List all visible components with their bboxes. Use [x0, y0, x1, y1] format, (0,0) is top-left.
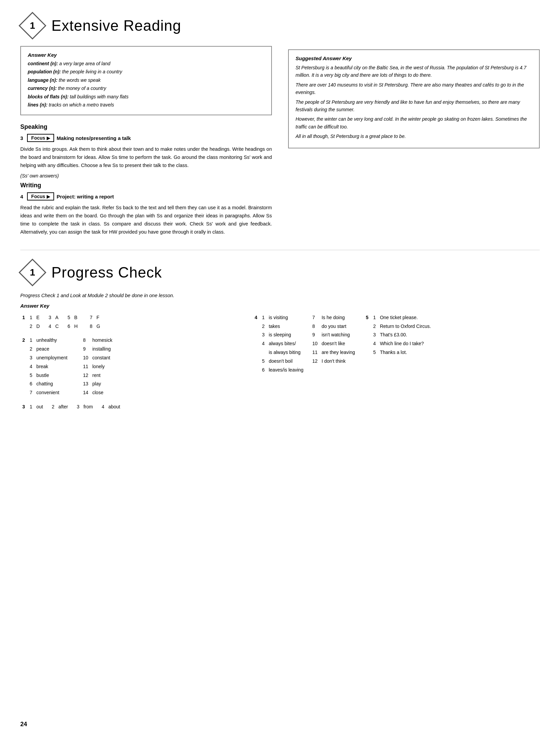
q2-11n: 11: [69, 362, 90, 371]
q4-6n: 6: [260, 366, 267, 375]
suggested-p3: The people of St Petersburg are very fri…: [296, 98, 532, 114]
section1-header: 1 Extensive Reading: [20, 14, 540, 38]
q2-6a: chatting: [34, 380, 70, 388]
answers-right: 4 1 is visiting 7 Is he doing 2 takes 8 …: [253, 313, 540, 417]
q1-7a: F: [94, 313, 102, 322]
answer-key-box: Answer Key continent (n): a very large a…: [20, 46, 272, 115]
suggested-p2: There are over 140 museums to visit in S…: [296, 81, 532, 96]
q4-q5-container: 4 1 is visiting 7 Is he doing 2 takes 8 …: [253, 313, 540, 417]
q3-table: 3 1 out 2 after 3 from 4 about: [20, 403, 122, 411]
exercise3-row: 3 Focus ▶ Making notes/presenting a talk: [20, 134, 272, 142]
q4-empty2: [320, 366, 357, 375]
q5-2n: 2: [371, 322, 378, 331]
q4-4b-n: [260, 348, 267, 357]
q2-10a: constant: [90, 354, 114, 362]
q2-11a: lonely: [90, 362, 114, 371]
q2-1n: 1: [28, 336, 34, 345]
q4-block: 4 1 is visiting 7 Is he doing 2 takes 8 …: [253, 313, 357, 417]
q1-7n: 7: [80, 313, 95, 322]
progress-answer-key-label: Answer Key: [20, 303, 540, 309]
q1-3n: 3: [42, 313, 53, 322]
q2-9n: 9: [69, 345, 90, 354]
q4-2n: 2: [260, 322, 267, 331]
q5-label: 5: [364, 313, 371, 357]
q2-12n: 12: [69, 371, 90, 380]
section2-header: 1 Progress Check: [20, 260, 540, 285]
q1-3a: A: [53, 313, 61, 322]
q4-10a: doesn't like: [320, 339, 357, 348]
suggested-p5: All in all though, St Petersburg is a gr…: [296, 133, 532, 140]
section1-content: Answer Key continent (n): a very large a…: [20, 46, 540, 240]
q1-label-empty: [20, 322, 28, 331]
q5-5n: 5: [371, 348, 378, 357]
q3-4n: 4: [95, 403, 107, 411]
q4-6a: leaves/is leaving: [267, 366, 306, 375]
q2-8a: homesick: [90, 336, 114, 345]
q2-2n: 2: [28, 345, 34, 354]
q3-1n: 1: [28, 403, 34, 411]
q5-2a: Return to Oxford Circus.: [378, 322, 433, 331]
q1-table: 1 1 E 3 A 5 B 7 F 2 D 4 C 6 H: [20, 313, 102, 331]
q5-3a: That's £3.00.: [378, 331, 433, 339]
q3-1a: out: [34, 403, 45, 411]
speaking-heading: Speaking: [20, 123, 272, 130]
q5-5a: Thanks a lot.: [378, 348, 433, 357]
section2: 1 Progress Check Progress Check 1 and Lo…: [20, 260, 540, 417]
page-number: 24: [20, 721, 27, 728]
q1-5n: 5: [61, 313, 72, 322]
q4-3n: 3: [260, 331, 267, 339]
q2-14a: close: [90, 388, 114, 397]
q3-2n: 2: [45, 403, 56, 411]
section2-number: 1: [30, 267, 35, 278]
q2-8n: 8: [69, 336, 90, 345]
q1-4a: C: [53, 322, 61, 331]
section2-title: Progress Check: [51, 264, 162, 281]
q4-4a: always bites/: [267, 339, 306, 348]
q1-6n: 6: [61, 322, 72, 331]
q3-4a: about: [106, 403, 122, 411]
q4-8a: do you start: [320, 322, 357, 331]
col-right: Suggested Answer Key St Petersburg is a …: [288, 46, 540, 240]
q2-13n: 13: [69, 380, 90, 388]
q4-1n: 1: [260, 313, 267, 322]
suggested-p1: St Petersburg is a beautiful city on the…: [296, 64, 532, 79]
q4-table: 4 1 is visiting 7 Is he doing 2 takes 8 …: [253, 313, 357, 375]
ak-entry-6: lines (n): tracks on which a metro trave…: [28, 101, 264, 109]
writing-heading: Writing: [20, 182, 272, 189]
exercise4-label: Project: writing a report: [57, 194, 114, 199]
suggested-answer-box: Suggested Answer Key St Petersburg is a …: [288, 49, 540, 148]
q2-4n: 4: [28, 362, 34, 371]
q5-1n: 1: [371, 313, 378, 322]
q2-10n: 10: [69, 354, 90, 362]
section1: 1 Extensive Reading Answer Key continent…: [20, 14, 540, 240]
arrow-icon-3: ▶: [47, 136, 50, 141]
q2-6n: 6: [28, 380, 34, 388]
q2-4a: break: [34, 362, 70, 371]
q1-2a: D: [34, 322, 42, 331]
ak-entry-1: continent (n): a very large area of land: [28, 60, 264, 67]
q4-9a: isn't watching: [320, 331, 357, 339]
q2-1a: unhealthy: [34, 336, 70, 345]
q4-7a: Is he doing: [320, 313, 357, 322]
q4-label: 4: [253, 313, 260, 375]
q1-2n: 2: [28, 322, 34, 331]
q1-5a: B: [72, 313, 79, 322]
q2-table: 2 1 unhealthy 8 homesick 2 peace 9 insta…: [20, 336, 114, 397]
q2-5a: bustle: [34, 371, 70, 380]
q4-4b-a: is always biting: [267, 348, 306, 357]
q4-11a: are they leaving: [320, 348, 357, 357]
exercise4-body: Read the rubric and explain the task. Re…: [20, 204, 272, 236]
q1-label: 1: [20, 313, 28, 322]
q2-9a: installing: [90, 345, 114, 354]
focus-label-3: Focus: [31, 135, 45, 141]
q1-8n: 8: [80, 322, 95, 331]
answers-container: 1 1 E 3 A 5 B 7 F 2 D 4 C 6 H: [20, 313, 540, 417]
q1-8a: G: [94, 322, 102, 331]
q3-3a: from: [81, 403, 95, 411]
suggested-p4: However, the winter can be very long and…: [296, 115, 532, 130]
q2-3n: 3: [28, 354, 34, 362]
q5-3n: 3: [371, 331, 378, 339]
section1-diamond-icon: 1: [20, 14, 45, 38]
answer-key-title: Answer Key: [28, 52, 264, 58]
exercise3-label: Making notes/presenting a talk: [57, 135, 131, 141]
